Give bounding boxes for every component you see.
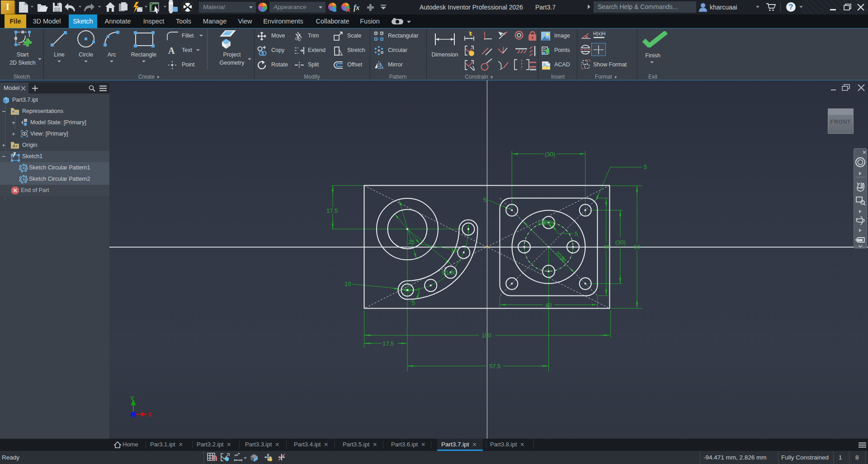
svg-text:H(x)H: H(x)H [593,31,605,36]
svg-text:fx: fx [354,4,359,12]
svg-text:5: 5 [483,197,486,203]
svg-text:10: 10 [344,281,351,287]
svg-text:17.5: 17.5 [326,207,338,214]
svg-text:(30): (30) [545,151,555,158]
svg-text:5: 5 [412,300,415,306]
svg-text:90.00: 90.00 [442,269,457,276]
svg-text:57.5: 57.5 [489,363,500,370]
svg-text:Y: Y [130,395,134,402]
svg-text:(30): (30) [615,239,626,246]
svg-text:40: 40 [603,244,609,250]
svg-text:17.5: 17.5 [382,340,394,347]
svg-text:40: 40 [545,302,552,309]
svg-text:100: 100 [481,332,491,339]
svg-text:5: 5 [575,230,578,237]
svg-text:25: 25 [408,239,415,245]
svg-text:16: 16 [451,247,457,253]
svg-text:(30(30)): (30(30)) [538,219,556,226]
svg-text:50: 50 [634,244,640,250]
svg-text:X: X [148,411,152,418]
svg-text:5: 5 [644,164,647,170]
